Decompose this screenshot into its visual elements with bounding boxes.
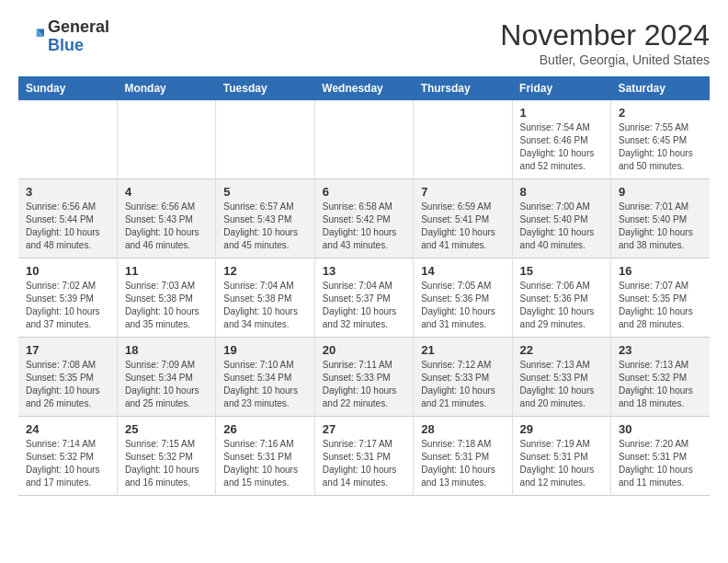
calendar-week-row: 1Sunrise: 7:54 AM Sunset: 6:46 PM Daylig… bbox=[18, 100, 710, 179]
day-info: Sunrise: 6:59 AM Sunset: 5:41 PM Dayligh… bbox=[421, 201, 504, 252]
calendar-week-row: 17Sunrise: 7:08 AM Sunset: 5:35 PM Dayli… bbox=[18, 338, 710, 417]
day-number: 2 bbox=[619, 106, 702, 120]
day-info: Sunrise: 7:00 AM Sunset: 5:40 PM Dayligh… bbox=[520, 201, 603, 252]
logo-general-text: General bbox=[48, 18, 109, 37]
calendar-cell: 4Sunrise: 6:56 AM Sunset: 5:43 PM Daylig… bbox=[117, 179, 215, 259]
day-number: 19 bbox=[223, 343, 306, 357]
location-text: Butler, Georgia, United States bbox=[500, 52, 710, 67]
day-number: 10 bbox=[26, 264, 109, 278]
calendar-cell: 24Sunrise: 7:14 AM Sunset: 5:32 PM Dayli… bbox=[18, 417, 117, 496]
calendar-cell: 20Sunrise: 7:11 AM Sunset: 5:33 PM Dayli… bbox=[314, 338, 413, 417]
day-number: 30 bbox=[619, 422, 702, 436]
weekday-header: Tuesday bbox=[216, 76, 314, 100]
day-info: Sunrise: 7:01 AM Sunset: 5:40 PM Dayligh… bbox=[619, 201, 702, 252]
day-info: Sunrise: 6:56 AM Sunset: 5:43 PM Dayligh… bbox=[125, 201, 208, 252]
day-number: 8 bbox=[520, 185, 603, 199]
day-number: 16 bbox=[619, 264, 702, 278]
page-header: General Blue November 2024 Butler, Georg… bbox=[18, 18, 710, 67]
day-info: Sunrise: 7:15 AM Sunset: 5:32 PM Dayligh… bbox=[125, 438, 208, 489]
weekday-header: Friday bbox=[512, 76, 610, 100]
calendar-cell: 3Sunrise: 6:56 AM Sunset: 5:44 PM Daylig… bbox=[18, 179, 117, 259]
day-number: 12 bbox=[223, 264, 306, 278]
day-info: Sunrise: 6:58 AM Sunset: 5:42 PM Dayligh… bbox=[323, 201, 405, 252]
calendar-cell: 27Sunrise: 7:17 AM Sunset: 5:31 PM Dayli… bbox=[314, 417, 413, 496]
day-info: Sunrise: 6:57 AM Sunset: 5:43 PM Dayligh… bbox=[223, 201, 306, 252]
calendar-table: SundayMondayTuesdayWednesdayThursdayFrid… bbox=[18, 76, 710, 496]
day-info: Sunrise: 7:54 AM Sunset: 6:46 PM Dayligh… bbox=[520, 121, 603, 173]
logo: General Blue bbox=[18, 18, 109, 55]
day-info: Sunrise: 7:18 AM Sunset: 5:31 PM Dayligh… bbox=[421, 438, 504, 489]
calendar-cell: 5Sunrise: 6:57 AM Sunset: 5:43 PM Daylig… bbox=[216, 179, 314, 259]
weekday-header: Monday bbox=[117, 76, 215, 100]
calendar-cell: 8Sunrise: 7:00 AM Sunset: 5:40 PM Daylig… bbox=[512, 179, 610, 259]
day-info: Sunrise: 7:03 AM Sunset: 5:38 PM Dayligh… bbox=[125, 280, 208, 331]
day-number: 13 bbox=[323, 264, 405, 278]
calendar-cell: 25Sunrise: 7:15 AM Sunset: 5:32 PM Dayli… bbox=[117, 417, 215, 496]
calendar-cell: 11Sunrise: 7:03 AM Sunset: 5:38 PM Dayli… bbox=[117, 259, 215, 338]
day-info: Sunrise: 7:07 AM Sunset: 5:35 PM Dayligh… bbox=[619, 280, 702, 331]
calendar-cell: 2Sunrise: 7:55 AM Sunset: 6:45 PM Daylig… bbox=[611, 100, 710, 179]
day-number: 15 bbox=[520, 264, 603, 278]
calendar-cell: 28Sunrise: 7:18 AM Sunset: 5:31 PM Dayli… bbox=[414, 417, 512, 496]
calendar-cell bbox=[216, 100, 314, 179]
calendar-cell: 16Sunrise: 7:07 AM Sunset: 5:35 PM Dayli… bbox=[611, 259, 710, 338]
day-number: 23 bbox=[619, 343, 702, 357]
day-info: Sunrise: 7:13 AM Sunset: 5:33 PM Dayligh… bbox=[520, 359, 603, 410]
day-number: 3 bbox=[26, 185, 109, 199]
calendar-cell: 13Sunrise: 7:04 AM Sunset: 5:37 PM Dayli… bbox=[314, 259, 413, 338]
day-number: 28 bbox=[421, 422, 504, 436]
day-number: 26 bbox=[223, 422, 306, 436]
calendar-body: 1Sunrise: 7:54 AM Sunset: 6:46 PM Daylig… bbox=[18, 100, 710, 496]
day-number: 5 bbox=[223, 185, 306, 199]
logo-blue-text: Blue bbox=[48, 37, 109, 55]
calendar-cell: 12Sunrise: 7:04 AM Sunset: 5:38 PM Dayli… bbox=[216, 259, 314, 338]
calendar-cell: 21Sunrise: 7:12 AM Sunset: 5:33 PM Dayli… bbox=[414, 338, 512, 417]
day-number: 14 bbox=[421, 264, 504, 278]
calendar-week-row: 24Sunrise: 7:14 AM Sunset: 5:32 PM Dayli… bbox=[18, 417, 710, 496]
day-info: Sunrise: 7:13 AM Sunset: 5:32 PM Dayligh… bbox=[619, 359, 702, 410]
calendar-cell: 29Sunrise: 7:19 AM Sunset: 5:31 PM Dayli… bbox=[512, 417, 610, 496]
logo-icon bbox=[18, 24, 44, 50]
day-number: 11 bbox=[125, 264, 208, 278]
calendar-cell: 17Sunrise: 7:08 AM Sunset: 5:35 PM Dayli… bbox=[18, 338, 117, 417]
day-info: Sunrise: 7:09 AM Sunset: 5:34 PM Dayligh… bbox=[125, 359, 208, 410]
calendar-cell: 26Sunrise: 7:16 AM Sunset: 5:31 PM Dayli… bbox=[216, 417, 314, 496]
day-number: 25 bbox=[125, 422, 208, 436]
calendar-cell bbox=[117, 100, 215, 179]
calendar-cell: 23Sunrise: 7:13 AM Sunset: 5:32 PM Dayli… bbox=[611, 338, 710, 417]
day-info: Sunrise: 7:11 AM Sunset: 5:33 PM Dayligh… bbox=[323, 359, 405, 410]
calendar-cell: 10Sunrise: 7:02 AM Sunset: 5:39 PM Dayli… bbox=[18, 259, 117, 338]
day-number: 1 bbox=[520, 106, 603, 120]
day-number: 9 bbox=[619, 185, 702, 199]
calendar-week-row: 10Sunrise: 7:02 AM Sunset: 5:39 PM Dayli… bbox=[18, 259, 710, 338]
calendar-cell: 15Sunrise: 7:06 AM Sunset: 5:36 PM Dayli… bbox=[512, 259, 610, 338]
day-info: Sunrise: 7:02 AM Sunset: 5:39 PM Dayligh… bbox=[26, 280, 109, 331]
title-area: November 2024 Butler, Georgia, United St… bbox=[500, 18, 710, 67]
calendar-cell: 1Sunrise: 7:54 AM Sunset: 6:46 PM Daylig… bbox=[512, 100, 610, 179]
day-number: 4 bbox=[125, 185, 208, 199]
calendar-cell: 9Sunrise: 7:01 AM Sunset: 5:40 PM Daylig… bbox=[611, 179, 710, 259]
day-info: Sunrise: 7:04 AM Sunset: 5:37 PM Dayligh… bbox=[323, 280, 405, 331]
calendar-cell bbox=[314, 100, 413, 179]
day-info: Sunrise: 7:20 AM Sunset: 5:31 PM Dayligh… bbox=[619, 438, 702, 489]
day-info: Sunrise: 7:05 AM Sunset: 5:36 PM Dayligh… bbox=[421, 280, 504, 331]
day-number: 7 bbox=[421, 185, 504, 199]
calendar-header: SundayMondayTuesdayWednesdayThursdayFrid… bbox=[18, 76, 710, 100]
day-info: Sunrise: 7:10 AM Sunset: 5:34 PM Dayligh… bbox=[223, 359, 306, 410]
day-number: 29 bbox=[520, 422, 603, 436]
day-number: 24 bbox=[26, 422, 109, 436]
month-title: November 2024 bbox=[500, 18, 710, 52]
calendar-cell: 7Sunrise: 6:59 AM Sunset: 5:41 PM Daylig… bbox=[414, 179, 512, 259]
day-info: Sunrise: 7:19 AM Sunset: 5:31 PM Dayligh… bbox=[520, 438, 603, 489]
day-info: Sunrise: 7:55 AM Sunset: 6:45 PM Dayligh… bbox=[619, 121, 702, 173]
calendar-cell bbox=[18, 100, 117, 179]
day-number: 17 bbox=[26, 343, 109, 357]
weekday-row: SundayMondayTuesdayWednesdayThursdayFrid… bbox=[18, 76, 710, 100]
day-number: 27 bbox=[323, 422, 405, 436]
day-info: Sunrise: 7:17 AM Sunset: 5:31 PM Dayligh… bbox=[323, 438, 405, 489]
day-info: Sunrise: 7:12 AM Sunset: 5:33 PM Dayligh… bbox=[421, 359, 504, 410]
weekday-header: Sunday bbox=[18, 76, 117, 100]
day-number: 20 bbox=[323, 343, 405, 357]
weekday-header: Wednesday bbox=[314, 76, 413, 100]
day-number: 18 bbox=[125, 343, 208, 357]
